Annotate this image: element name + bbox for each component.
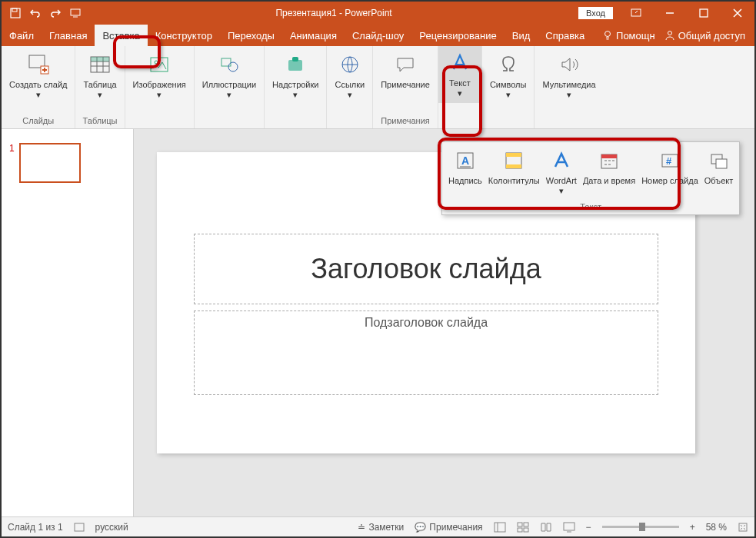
speaker-icon: [557, 52, 581, 77]
status-bar: Слайд 1 из 1 русский ≐ Заметки 💬 Примеча…: [2, 516, 754, 536]
redo-icon[interactable]: [49, 7, 62, 19]
links-button[interactable]: Ссылки ▾: [330, 49, 369, 103]
person-icon: [664, 30, 675, 41]
tab-help[interactable]: Справка: [538, 25, 592, 46]
zoom-slider[interactable]: [602, 526, 679, 528]
lightbulb-icon: [602, 30, 613, 41]
ribbon-tabs: Файл Главная Вставка Конструктор Переход…: [2, 25, 754, 46]
images-button[interactable]: Изображения ▾: [128, 49, 191, 103]
text-button[interactable]: Текст ▾: [438, 46, 481, 103]
media-button[interactable]: Мультимедиа ▾: [538, 49, 600, 103]
slideshow-view-icon[interactable]: [563, 522, 575, 533]
notes-button[interactable]: ≐ Заметки: [358, 522, 404, 533]
window-title: Презентация1 - PowerPoint: [89, 8, 578, 18]
svg-point-6: [605, 32, 611, 37]
svg-rect-38: [739, 523, 747, 531]
ribbon: Создать слайд ▾ Слайды Таблица ▾ Таблицы…: [2, 46, 754, 129]
thumbnail-panel[interactable]: 1: [2, 129, 134, 516]
group-media: Мультимедиа ▾: [535, 46, 603, 128]
new-slide-button[interactable]: Создать слайд ▾: [5, 49, 72, 103]
comments-button[interactable]: 💬 Примечания: [415, 522, 482, 533]
svg-rect-36: [524, 528, 528, 532]
group-label-media: [538, 115, 600, 128]
tab-review[interactable]: Рецензирование: [411, 25, 504, 46]
chevron-down-icon: ▾: [293, 90, 298, 100]
group-label-text: [438, 115, 481, 128]
slide-subtitle-placeholder[interactable]: Подзаголовок слайда: [194, 311, 658, 395]
start-from-beginning-icon[interactable]: [69, 7, 82, 19]
group-tables: Таблица ▾ Таблицы: [75, 46, 125, 128]
svg-rect-34: [524, 523, 528, 526]
share-button[interactable]: Общий доступ: [664, 30, 745, 42]
chevron-down-icon: ▾: [506, 90, 511, 100]
slidenumber-button[interactable]: # Номер слайда: [638, 145, 701, 199]
sorter-view-icon[interactable]: [517, 522, 529, 533]
tab-design[interactable]: Конструктор: [148, 25, 220, 46]
group-symbols: Символы ▾: [482, 46, 535, 128]
zoom-out-button[interactable]: −: [586, 522, 591, 533]
group-illustrations: Иллюстрации ▾: [195, 46, 265, 128]
comments-icon: 💬: [415, 522, 426, 533]
maximize-icon[interactable]: [687, 2, 721, 25]
wordart-button[interactable]: WordArt ▾: [543, 145, 580, 199]
svg-text:#: #: [666, 155, 672, 167]
undo-icon[interactable]: [29, 7, 42, 19]
slide-thumbnail-1[interactable]: 1: [9, 143, 125, 183]
tab-file[interactable]: Файл: [2, 25, 42, 46]
tellme-button[interactable]: Помощн: [602, 30, 655, 42]
svg-point-13: [155, 61, 158, 64]
zoom-in-button[interactable]: +: [690, 522, 695, 533]
reading-view-icon[interactable]: [540, 522, 552, 533]
login-button[interactable]: Вход: [578, 7, 613, 19]
headerfooter-button[interactable]: Колонтитулы: [485, 145, 543, 199]
group-label-illustrations: [198, 115, 261, 128]
chevron-down-icon: ▾: [227, 90, 231, 100]
tab-slideshow[interactable]: Слайд-шоу: [345, 25, 411, 46]
wordart-icon: [549, 148, 574, 173]
svg-rect-29: [716, 159, 727, 168]
slide-counter[interactable]: Слайд 1 из 1: [8, 522, 63, 533]
svg-rect-30: [75, 523, 84, 531]
text-dropdown-panel: A Надпись Колонтитулы WordArt ▾ Дата и в…: [441, 141, 740, 215]
datetime-button[interactable]: Дата и время: [580, 145, 638, 199]
textbox-icon: A: [453, 148, 478, 173]
spellcheck-icon[interactable]: [74, 522, 85, 533]
symbols-button[interactable]: Символы ▾: [485, 49, 531, 103]
title-bar: Презентация1 - PowerPoint Вход: [2, 2, 754, 25]
table-button[interactable]: Таблица ▾: [78, 49, 121, 103]
minimize-icon[interactable]: [653, 2, 687, 25]
slide-title-placeholder[interactable]: Заголовок слайда: [194, 234, 658, 304]
tab-animations[interactable]: Анимация: [282, 25, 345, 46]
chevron-down-icon: ▾: [157, 90, 162, 100]
addins-button[interactable]: Надстройки ▾: [268, 49, 323, 103]
tab-home[interactable]: Главная: [42, 25, 95, 46]
svg-rect-23: [506, 164, 521, 168]
comment-button[interactable]: Примечание: [376, 49, 435, 93]
headerfooter-icon: [501, 148, 526, 173]
tab-view[interactable]: Вид: [505, 25, 538, 46]
text-icon: [448, 51, 472, 75]
svg-rect-22: [506, 153, 521, 157]
save-icon[interactable]: [9, 7, 22, 19]
svg-rect-14: [221, 58, 231, 66]
tab-insert[interactable]: Вставка: [95, 25, 147, 46]
new-slide-icon: [26, 52, 51, 77]
notes-icon: ≐: [358, 522, 365, 533]
group-images: Изображения ▾: [125, 46, 195, 128]
zoom-value[interactable]: 58 %: [706, 522, 727, 533]
object-button[interactable]: Объект: [701, 145, 736, 199]
language-button[interactable]: русский: [95, 522, 128, 533]
fit-window-icon[interactable]: [738, 522, 748, 533]
close-icon[interactable]: [721, 2, 754, 25]
textbox-button[interactable]: A Надпись: [445, 145, 485, 199]
thumb-number: 1: [9, 143, 15, 183]
group-addins: Надстройки ▾: [265, 46, 327, 128]
tab-transitions[interactable]: Переходы: [220, 25, 282, 46]
chevron-down-icon: ▾: [36, 90, 41, 100]
group-links: Ссылки ▾: [327, 46, 373, 128]
ribbon-display-icon[interactable]: [619, 2, 653, 25]
normal-view-icon[interactable]: [494, 522, 506, 533]
chevron-down-icon: ▾: [98, 90, 102, 100]
illustrations-button[interactable]: Иллюстрации ▾: [198, 49, 261, 103]
comment-icon: [393, 52, 418, 77]
